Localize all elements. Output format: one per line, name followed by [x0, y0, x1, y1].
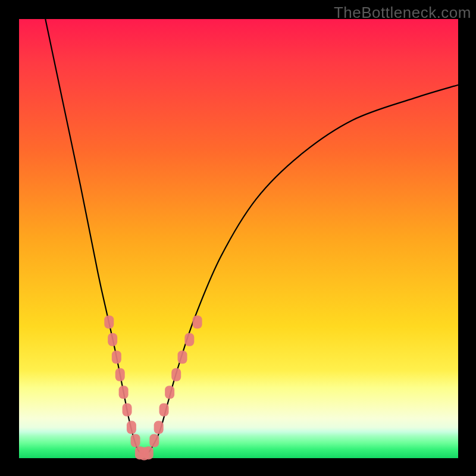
- marker-point: [131, 434, 140, 447]
- chart-frame: TheBottleneck.com: [0, 0, 476, 476]
- marker-point: [149, 434, 159, 447]
- marker-point: [123, 403, 132, 416]
- marker-point: [159, 403, 169, 416]
- chart-svg: [19, 19, 458, 458]
- marker-point: [108, 333, 117, 346]
- marker-point: [178, 350, 187, 364]
- curve-group: [45, 19, 458, 455]
- series-bottleneck-curve: [45, 19, 458, 455]
- marker-point: [171, 368, 181, 381]
- marker-point: [104, 315, 114, 328]
- marker-point: [193, 315, 202, 328]
- marker-point: [184, 333, 194, 346]
- marker-point: [115, 368, 125, 381]
- marker-point: [119, 386, 129, 399]
- marker-point: [112, 350, 121, 364]
- marker-point: [165, 386, 174, 399]
- marker-point: [127, 421, 136, 434]
- marker-point: [144, 446, 154, 459]
- marker-group: [104, 315, 202, 460]
- marker-point: [154, 421, 164, 434]
- plot-area: [19, 19, 458, 458]
